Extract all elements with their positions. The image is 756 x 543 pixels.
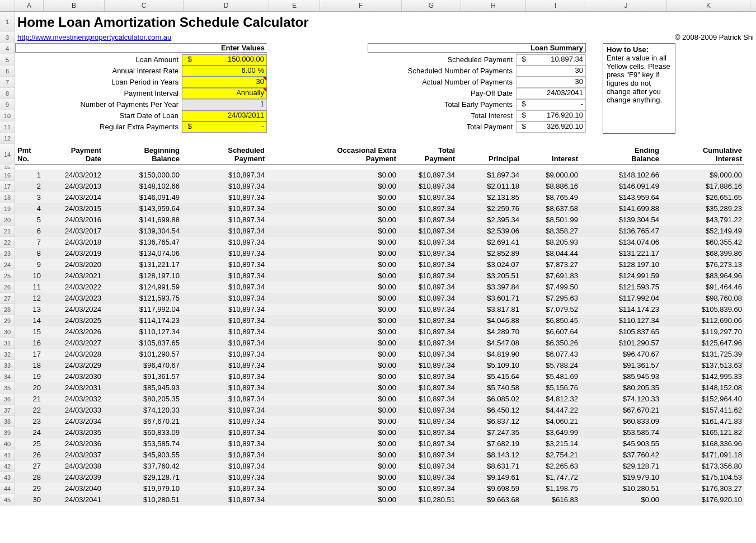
cell[interactable]: $0.00 xyxy=(267,394,398,405)
cell[interactable]: $1,897.34 xyxy=(457,170,522,181)
cell[interactable]: $10,897.34 xyxy=(398,360,457,371)
cell[interactable]: $10,897.34 xyxy=(182,472,267,483)
cell[interactable]: $10,897.34 xyxy=(398,326,457,338)
cell[interactable]: $5,415.64 xyxy=(457,371,522,382)
row-header[interactable]: 24 xyxy=(0,259,15,270)
cell[interactable]: $7,682.19 xyxy=(457,438,522,450)
row-header[interactable]: 6 xyxy=(0,65,15,77)
cell[interactable]: $2,259.76 xyxy=(457,203,522,214)
cell[interactable]: $17,886.16 xyxy=(661,181,744,192)
cell[interactable]: 25 xyxy=(15,438,43,450)
cell[interactable]: 28 xyxy=(15,472,43,483)
cell[interactable]: $10,897.34 xyxy=(398,349,457,360)
cell[interactable]: $0.00 xyxy=(267,360,398,371)
cell[interactable]: $10,897.34 xyxy=(398,416,457,427)
cell[interactable]: $10,897.34 xyxy=(182,438,267,450)
row-header[interactable]: 8 xyxy=(0,88,15,99)
cell[interactable]: $3,205.51 xyxy=(457,270,522,282)
cell[interactable]: $4,812.32 xyxy=(522,394,580,405)
cell[interactable]: $10,897.34 xyxy=(182,192,267,203)
cell[interactable]: $105,837.65 xyxy=(104,338,182,349)
cell[interactable]: $6,350.26 xyxy=(522,338,580,349)
cell[interactable]: $0.00 xyxy=(267,405,398,416)
col-header-I[interactable]: I xyxy=(526,0,585,11)
cell[interactable]: $10,897.34 xyxy=(182,259,267,270)
cell[interactable]: $74,120.33 xyxy=(104,405,182,416)
cell[interactable]: $10,280.51 xyxy=(580,483,661,494)
cell[interactable]: $105,837.65 xyxy=(580,326,661,338)
row-header[interactable]: 21 xyxy=(0,226,15,237)
cell[interactable]: $176,920.10 xyxy=(661,494,744,505)
cell[interactable]: 24/03/2020 xyxy=(43,259,104,270)
cell[interactable]: $0.00 xyxy=(267,203,398,214)
input-regular-extra-payments[interactable]: $ - xyxy=(182,121,267,133)
cell[interactable]: $148,102.66 xyxy=(580,170,661,181)
cell[interactable]: $7,691.83 xyxy=(522,270,580,282)
cell[interactable]: 27 xyxy=(15,461,43,472)
cell[interactable]: $8,631.71 xyxy=(457,461,522,472)
cell[interactable]: $10,897.34 xyxy=(182,360,267,371)
cell[interactable]: $134,074.06 xyxy=(580,237,661,248)
cell[interactable]: $10,897.34 xyxy=(398,203,457,214)
cell[interactable]: $0.00 xyxy=(267,237,398,248)
cell[interactable]: $4,046.88 xyxy=(457,315,522,326)
cell[interactable]: $10,897.34 xyxy=(398,394,457,405)
col-header-E[interactable]: E xyxy=(269,0,320,11)
cell[interactable]: 24/03/2032 xyxy=(43,394,104,405)
cell[interactable]: $2,395.34 xyxy=(457,214,522,226)
row-header[interactable]: 25 xyxy=(0,270,15,282)
cell[interactable]: $10,897.34 xyxy=(398,371,457,382)
cell[interactable]: $0.00 xyxy=(267,326,398,338)
select-all-corner[interactable] xyxy=(0,0,15,11)
col-header-interest[interactable]: Interest xyxy=(522,144,580,165)
row-header[interactable]: 10 xyxy=(0,110,15,121)
cell[interactable]: $91,464.46 xyxy=(661,282,744,293)
col-header-principal[interactable]: Principal xyxy=(457,144,522,165)
cell[interactable]: 24/03/2012 xyxy=(43,170,104,181)
row-header[interactable]: 14 xyxy=(0,144,15,166)
cell[interactable]: $10,897.34 xyxy=(182,270,267,282)
cell[interactable]: $60,355.42 xyxy=(661,237,744,248)
cell[interactable]: $10,897.34 xyxy=(398,427,457,438)
row-header[interactable]: 37 xyxy=(0,405,15,416)
cell[interactable]: $124,991.59 xyxy=(104,282,182,293)
cell[interactable]: $10,897.34 xyxy=(182,237,267,248)
cell[interactable]: $5,788.24 xyxy=(522,360,580,371)
row-header[interactable]: 29 xyxy=(0,315,15,326)
cell[interactable]: $2,691.41 xyxy=(457,237,522,248)
cell[interactable]: 24/03/2036 xyxy=(43,438,104,450)
cell[interactable]: $6,837.12 xyxy=(457,416,522,427)
row-header[interactable]: 11 xyxy=(0,121,15,133)
cell[interactable]: $0.00 xyxy=(580,494,661,505)
cell[interactable]: $10,897.34 xyxy=(182,450,267,461)
cell[interactable]: $10,897.34 xyxy=(398,170,457,181)
cell[interactable]: $10,897.34 xyxy=(398,192,457,203)
cell[interactable]: $6,607.64 xyxy=(522,326,580,338)
cell[interactable]: $131,221.17 xyxy=(104,259,182,270)
cell[interactable]: $128,197.10 xyxy=(104,270,182,282)
cell[interactable]: $0.00 xyxy=(267,371,398,382)
cell[interactable]: 1 xyxy=(15,170,43,181)
cell[interactable]: $19,979.10 xyxy=(580,472,661,483)
cell[interactable]: $2,852.89 xyxy=(457,248,522,259)
cell[interactable]: 24/03/2022 xyxy=(43,282,104,293)
cell[interactable]: $10,897.34 xyxy=(398,438,457,450)
cell[interactable]: 24/03/2025 xyxy=(43,315,104,326)
cell[interactable]: $134,074.06 xyxy=(104,248,182,259)
row-header[interactable]: 27 xyxy=(0,293,15,304)
cell[interactable]: $3,024.07 xyxy=(457,259,522,270)
cell[interactable]: $10,897.34 xyxy=(398,483,457,494)
row-header[interactable]: 39 xyxy=(0,427,15,438)
cell[interactable]: $7,295.63 xyxy=(522,293,580,304)
cell[interactable]: $0.00 xyxy=(267,192,398,203)
col-header-A[interactable]: A xyxy=(15,0,44,11)
cell[interactable]: $10,897.34 xyxy=(182,394,267,405)
cell[interactable]: $131,221.17 xyxy=(580,248,661,259)
row-header[interactable]: 40 xyxy=(0,438,15,450)
cell[interactable]: $2,011.18 xyxy=(457,181,522,192)
cell[interactable]: $91,361.57 xyxy=(580,360,661,371)
cell[interactable]: 10 xyxy=(15,270,43,282)
cell[interactable]: 24/03/2016 xyxy=(43,214,104,226)
cell[interactable]: $101,290.57 xyxy=(580,338,661,349)
cell[interactable]: $165,121.82 xyxy=(661,427,744,438)
